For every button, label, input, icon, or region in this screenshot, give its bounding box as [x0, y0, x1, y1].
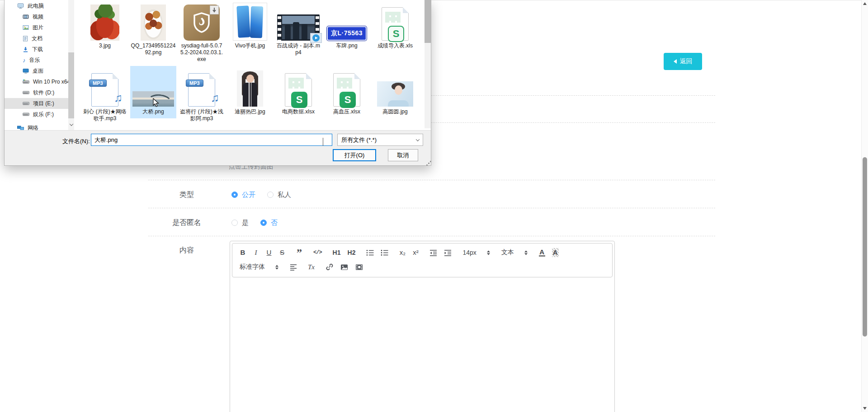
- filename-input[interactable]: [91, 134, 332, 146]
- heading2-button[interactable]: H2: [348, 248, 356, 257]
- radio-label[interactable]: 否: [271, 219, 278, 227]
- open-button[interactable]: 打开(O): [333, 149, 376, 161]
- spreadsheet-badge: S: [291, 92, 307, 108]
- file-item[interactable]: sysdiag-full-5.0.75.2-2024.02.03.1.exe: [179, 0, 225, 63]
- italic-button[interactable]: I: [253, 248, 259, 257]
- file-list-scrollbar[interactable]: [425, 0, 431, 128]
- radio-option-public[interactable]: 公开: [231, 191, 255, 199]
- file-name: 大桥.png: [130, 108, 176, 115]
- underline-button[interactable]: U: [266, 248, 272, 257]
- music-note-icon: ♫: [202, 91, 228, 104]
- radio-option-private[interactable]: 私人: [267, 191, 291, 199]
- subscript-button[interactable]: x₂: [399, 248, 406, 257]
- file-item[interactable]: S 成绩导入表.xls: [372, 0, 418, 49]
- highlight-color-button[interactable]: A: [552, 248, 559, 257]
- file-name: 车牌.png: [324, 42, 370, 49]
- ordered-list-icon[interactable]: [366, 249, 374, 256]
- editor-toolbar: B I U S ” </> H1 H2 x₂ x²: [232, 243, 613, 277]
- heading1-button[interactable]: H1: [333, 248, 341, 257]
- exe-shield-icon: [184, 5, 220, 41]
- text-style-select[interactable]: 文本: [501, 248, 528, 257]
- anonymous-radio-group: 是 否: [231, 218, 289, 227]
- link-icon[interactable]: [326, 263, 334, 271]
- drive-icon: [23, 91, 29, 94]
- file-list-scrollbar-thumb[interactable]: [425, 0, 431, 43]
- page-scrollbar[interactable]: [861, 0, 868, 412]
- mp3-file-icon: MP3 ♫: [188, 73, 215, 107]
- radio-icon[interactable]: [267, 192, 274, 198]
- file-item[interactable]: 高圆圆.jpg: [372, 66, 418, 115]
- license-plate-thumbnail: 京L·75563: [327, 26, 367, 41]
- radio-option-yes[interactable]: 是: [231, 219, 249, 227]
- nav-item-drive-f[interactable]: 娱乐 (F:): [5, 109, 68, 120]
- content-label: 内容: [160, 246, 214, 255]
- file-name: 盗将行 (片段)★浅影阿.mp3: [179, 108, 225, 122]
- file-item[interactable]: MP3 ♫ 刺心 (片段)★网络歌手.mp3: [82, 66, 128, 122]
- file-item[interactable]: 百战成诗 - 副本.mp4: [275, 0, 321, 56]
- nav-item-documents[interactable]: 文档: [5, 33, 68, 44]
- text-style-value: 文本: [501, 248, 514, 257]
- file-item[interactable]: 迪丽热巴.jpg: [227, 66, 273, 115]
- toolbar-row-2: 标准字体 Tx: [235, 260, 609, 274]
- resize-grip[interactable]: [428, 163, 429, 164]
- nav-item-label: 视频: [33, 13, 43, 21]
- file-type-select[interactable]: 所有文件 (*.*): [337, 134, 423, 146]
- bold-button[interactable]: B: [240, 248, 246, 257]
- file-item[interactable]: S 电商数据.xlsx: [275, 66, 321, 115]
- blockquote-button[interactable]: ”: [296, 249, 302, 256]
- font-family-select[interactable]: 标准字体: [240, 263, 279, 271]
- outdent-icon[interactable]: [429, 249, 437, 256]
- nav-item-drive-e-selected[interactable]: 项目 (E:): [5, 98, 68, 109]
- xlsx-file-icon: S: [333, 73, 360, 107]
- radio-label[interactable]: 私人: [278, 191, 291, 199]
- chevron-down-icon[interactable]: [323, 138, 323, 146]
- code-button[interactable]: </>: [313, 248, 322, 257]
- file-item-selected[interactable]: 大桥.png: [130, 66, 176, 118]
- file-item[interactable]: 3.jpg: [82, 0, 128, 49]
- mp3-badge: MP3: [186, 80, 203, 87]
- radio-icon[interactable]: [231, 192, 238, 198]
- file-item[interactable]: Vivo手机.jpg: [227, 0, 273, 49]
- drive-icon: [23, 112, 29, 116]
- indent-icon[interactable]: [444, 249, 452, 256]
- scroll-up-icon[interactable]: [863, 2, 867, 5]
- file-item[interactable]: S 高血压.xlsx: [324, 66, 370, 115]
- bullet-list-icon[interactable]: [381, 249, 388, 256]
- nav-item-pictures[interactable]: 图片: [5, 22, 68, 33]
- superscript-button[interactable]: x²: [412, 248, 419, 257]
- scroll-down-icon[interactable]: [863, 407, 867, 410]
- nav-scrollbar-thumb[interactable]: [68, 52, 74, 118]
- nav-item-label: 此电脑: [28, 2, 44, 10]
- nav-item-drive-d[interactable]: 软件 (D:): [5, 87, 68, 98]
- insert-video-icon[interactable]: [355, 264, 363, 271]
- nav-scroll-down-button[interactable]: [68, 120, 74, 129]
- font-size-select[interactable]: 14px: [462, 249, 490, 256]
- radio-label[interactable]: 是: [242, 219, 249, 227]
- align-icon[interactable]: [290, 264, 297, 271]
- nav-item-downloads[interactable]: 下载: [5, 44, 68, 55]
- nav-item-music[interactable]: ♪ 音乐: [5, 55, 68, 66]
- radio-icon[interactable]: [260, 220, 267, 226]
- nav-item-desktop[interactable]: 桌面: [5, 66, 68, 76]
- nav-item-win10-drive[interactable]: Win 10 Pro x64: [5, 76, 68, 87]
- editor-content-area[interactable]: [230, 279, 614, 412]
- page-scrollbar-thumb[interactable]: [863, 157, 867, 337]
- nav-item-label: 桌面: [33, 67, 43, 75]
- strikethrough-button[interactable]: S: [279, 248, 285, 257]
- nav-item-this-pc[interactable]: 此电脑: [5, 0, 68, 11]
- file-item[interactable]: QQ_1734955122492.png: [130, 0, 176, 56]
- radio-option-no[interactable]: 否: [260, 219, 278, 227]
- font-size-value: 14px: [462, 249, 476, 256]
- cancel-button[interactable]: 取消: [388, 149, 418, 161]
- file-item[interactable]: 京L·75563 车牌.png: [324, 0, 370, 49]
- radio-icon[interactable]: [231, 220, 238, 226]
- font-color-button[interactable]: A: [539, 249, 545, 257]
- clear-format-button[interactable]: Tx: [308, 262, 315, 272]
- file-item[interactable]: MP3 ♫ 盗将行 (片段)★浅影阿.mp3: [179, 66, 225, 122]
- nav-item-videos[interactable]: 视频: [5, 11, 68, 22]
- back-button[interactable]: 返回: [664, 53, 702, 70]
- nav-scrollbar[interactable]: [68, 0, 74, 130]
- nav-item-label: 音乐: [29, 56, 40, 64]
- insert-image-icon[interactable]: [340, 264, 349, 271]
- radio-label[interactable]: 公开: [242, 191, 255, 199]
